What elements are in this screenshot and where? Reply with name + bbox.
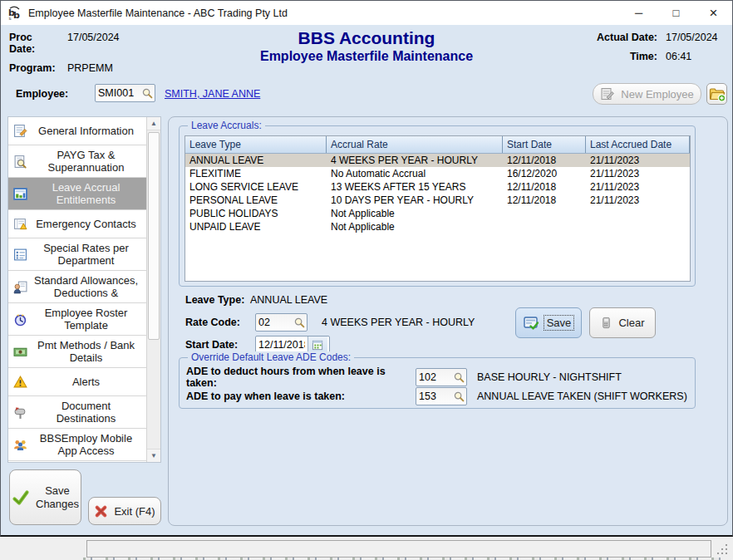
screen: bbs Employee Masterfile Maintenance - AB… [0, 0, 733, 560]
people-group-icon [13, 438, 27, 452]
save-disk-check-icon [524, 316, 539, 331]
sidebar-item-special-rates-per-department[interactable]: Special Rates per Department [8, 238, 147, 271]
header-titles: BBS Accounting Employee Masterfile Maint… [167, 28, 566, 64]
title-bar: bbs Employee Masterfile Maintenance - AB… [1, 1, 732, 25]
app-window: bbs Employee Masterfile Maintenance - AB… [0, 0, 733, 537]
clear-label: Clear [618, 317, 644, 329]
sidebar-item-custom-fields-attributes[interactable]: Custom Fields / Attributes [8, 461, 147, 463]
background-window-strip [0, 538, 733, 560]
sidebar-item-pmt-methods-bank-details[interactable]: Pmt Methods / Bank Details [8, 336, 147, 368]
time-label: Time: [597, 51, 657, 62]
ade-pay-description: ANNUAL LEAVE TAKEN (SHIFT WORKERS) [477, 391, 687, 402]
column-header-leave-type[interactable]: Leave Type [185, 136, 327, 153]
override-ade-group: Override Default Leave ADE Codes: ADE to… [179, 357, 696, 409]
column-header-accrual-rate[interactable]: Accrual Rate [327, 136, 503, 153]
sidebar-item-bbsemploy-mobile-app-access[interactable]: BBSEmploy Mobile App Access [8, 429, 147, 461]
override-ade-group-label: Override Default Leave ADE Codes: [188, 351, 354, 363]
leave-accruals-table: Leave Type Accrual Rate Start Date Last … [184, 135, 691, 282]
save-label: Save [544, 316, 574, 330]
leave-type-label: Leave Type: [185, 294, 250, 306]
employee-code-input[interactable] [96, 87, 140, 99]
sidebar-item-alerts[interactable]: Alerts [8, 368, 147, 396]
save-changes-label: Save Changes [36, 484, 79, 511]
rate-code-label: Rate Code: [185, 317, 255, 328]
alarm-clock-icon [13, 312, 27, 327]
sidebar-item-general-information[interactable]: General Information [8, 117, 147, 145]
search-icon[interactable] [451, 388, 466, 405]
banknote-icon [13, 345, 27, 359]
program-label: Program: [9, 62, 61, 74]
rate-code-field[interactable] [255, 313, 307, 332]
red-x-icon [94, 504, 108, 518]
exit-label: Exit (F4) [114, 505, 155, 518]
start-date-input[interactable] [256, 339, 307, 351]
close-button[interactable]: × [695, 1, 732, 25]
table-row[interactable]: PERSONAL LEAVE 10 DAYS PER YEAR - HOURLY… [185, 194, 690, 207]
time-value: 06:41 [666, 51, 724, 62]
edit-document-icon [13, 124, 27, 138]
contact-warning-icon [13, 217, 27, 231]
actual-date-label: Actual Date: [597, 32, 657, 43]
search-icon[interactable] [292, 314, 307, 331]
sidebar-item-standard-allowances-deductions[interactable]: Standard Allowances, Deductions & [8, 271, 147, 303]
program-value: PRPEMM [67, 62, 120, 74]
clear-button[interactable]: Clear [589, 307, 656, 338]
table-row[interactable]: LONG SERVICE LEAVE 13 WEEKS AFTER 15 YEA… [185, 180, 690, 194]
scroll-up-icon[interactable]: ▲ [147, 117, 160, 130]
scrollbar-thumb[interactable] [148, 132, 160, 340]
mailbox-icon [13, 405, 27, 420]
column-header-start-date[interactable]: Start Date [503, 136, 586, 153]
ade-pay-input[interactable] [416, 391, 451, 402]
new-employee-icon [600, 86, 615, 101]
table-row[interactable]: PUBLIC HOLIDAYS Not Applicable [185, 207, 690, 220]
table-row[interactable]: FLEXITIME No Automatic Accrual 16/12/202… [185, 167, 690, 180]
search-icon[interactable] [140, 85, 155, 101]
save-button[interactable]: Save [515, 307, 582, 338]
open-employee-folder-button[interactable] [706, 83, 727, 105]
proc-date-value: 17/05/2024 [67, 32, 120, 55]
save-changes-button[interactable]: Save Changes [9, 469, 81, 525]
scroll-down-icon[interactable]: ▼ [147, 449, 160, 462]
bbs-app-icon: bbs [7, 6, 22, 20]
leave-accruals-group-label: Leave Accruals: [188, 120, 265, 131]
minimize-button[interactable]: ─ [620, 1, 657, 25]
clear-eraser-icon [600, 317, 612, 329]
sidebar-item-employee-roster-template[interactable]: Employee Roster Template [8, 303, 147, 336]
sidebar-scrollbar[interactable]: ▲ ▼ [146, 117, 160, 462]
rate-code-input[interactable] [256, 317, 292, 328]
header-left: Proc Date: 17/05/2024 Program: PRPEMM [9, 32, 120, 74]
employee-code-field[interactable] [95, 84, 155, 102]
proc-date-label: Proc Date: [9, 32, 61, 55]
svg-text:b: b [13, 10, 20, 20]
actual-date-value: 17/05/2024 [666, 32, 724, 43]
svg-text:s: s [9, 15, 12, 21]
sidebar-nav: General Information PAYG Tax & Superannu… [7, 116, 161, 463]
sidebar-item-document-destinations[interactable]: Document Destinations [8, 396, 147, 429]
ade-pay-field[interactable] [416, 387, 467, 405]
resize-grip-icon[interactable] [726, 553, 727, 554]
sidebar-item-payg-tax-superannuation[interactable]: PAYG Tax & Superannuation [8, 145, 147, 178]
document-magnifier-icon [13, 155, 27, 169]
sidebar-item-leave-accrual-entitlements[interactable]: Leave Accrual Entitlements [8, 178, 147, 210]
new-employee-button[interactable]: New Employee [593, 83, 701, 105]
leave-accruals-group: Leave Accruals: Leave Type Accrual Rate … [179, 125, 696, 287]
list-icon [13, 248, 27, 262]
ade-deduct-field[interactable] [416, 368, 467, 386]
app-title: BBS Accounting [167, 28, 566, 48]
employee-name-link[interactable]: SMITH, JANE ANNE [165, 88, 260, 100]
rate-code-description: 4 WEEKS PER YEAR - HOURLY [322, 317, 475, 328]
new-employee-label: New Employee [621, 88, 693, 101]
ade-pay-label: ADE to pay when leave is taken: [186, 391, 416, 402]
column-header-last-accrued-date[interactable]: Last Accrued Date [586, 136, 690, 153]
sidebar-item-emergency-contacts[interactable]: Emergency Contacts [8, 210, 147, 238]
leave-calendar-icon [13, 187, 27, 201]
search-icon[interactable] [451, 369, 466, 386]
header-right: Actual Date: 17/05/2024 Time: 06:41 [597, 32, 724, 62]
ade-deduct-input[interactable] [416, 371, 451, 383]
table-row[interactable]: UNPAID LEAVE Not Applicable [185, 220, 690, 233]
ade-deduct-label: ADE to deduct hours from when leave is t… [186, 366, 416, 389]
maximize-button[interactable]: □ [657, 1, 695, 25]
calendar-icon[interactable] [307, 336, 327, 353]
exit-button[interactable]: Exit (F4) [88, 497, 161, 525]
table-row[interactable]: ANNUAL LEAVE 4 WEEKS PER YEAR - HOURLY 1… [185, 154, 690, 167]
